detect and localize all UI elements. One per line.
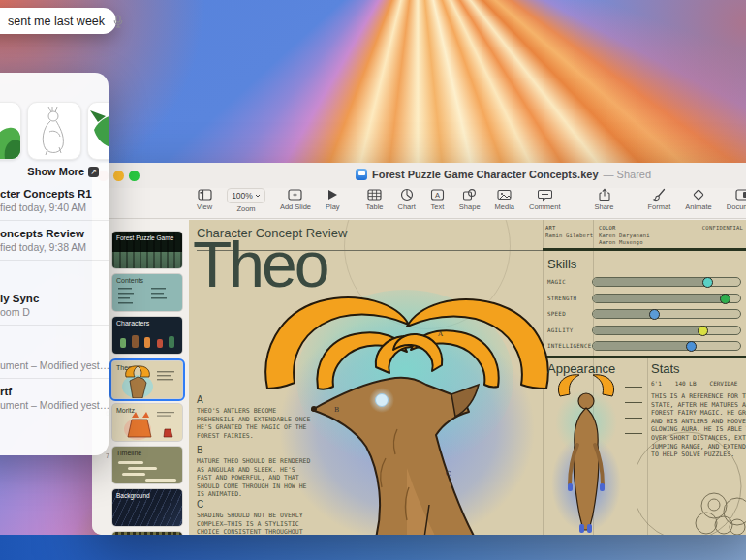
image-result-2[interactable]	[27, 102, 81, 160]
result-row[interactable]: oncepts Review fied today, 9:38 AM	[0, 221, 109, 260]
spotlight-search-bar[interactable]: sent me last week	[0, 8, 116, 34]
color-credit: COLOR Karen Daryanani Aaron Musengo	[599, 225, 650, 247]
slide-thumb-background[interactable]: Background	[112, 489, 182, 526]
appearance-figure	[543, 369, 630, 535]
annotation-c: C SHADING SHOULD NOT BE OVERLY COMPLEX—T…	[197, 499, 311, 535]
table-icon	[367, 188, 382, 202]
marker-b: B	[334, 406, 339, 414]
slide-thumb-contents[interactable]: Contents	[112, 274, 182, 311]
skills-bars: MAGIC STRENGTH SPEED AGILITY INTELLIGENC…	[547, 274, 741, 355]
share-icon	[598, 188, 611, 202]
skill-row-magic: MAGIC	[547, 274, 741, 291]
annotation-b: B MATURE THEO SHOULD BE RENDERED AS ANGU…	[197, 445, 311, 499]
view-button[interactable]: View	[197, 188, 212, 211]
zoom-value[interactable]: 100%	[227, 188, 265, 203]
shape-icon	[462, 188, 477, 202]
format-button[interactable]: Format	[648, 188, 671, 211]
open-arrow-icon: ↗	[88, 167, 99, 177]
moritz-thumb-art	[112, 404, 182, 441]
media-icon	[497, 188, 512, 202]
image-results-row	[0, 102, 109, 160]
show-more-button[interactable]: Show More ↗	[27, 166, 99, 177]
window-title-group: Forest Puzzle Game Character Concepts.ke…	[356, 169, 651, 180]
slide-canvas[interactable]: Character Concept Review ART Ramin Gilab…	[189, 220, 746, 535]
theo-thumb-art	[112, 361, 182, 398]
microphone-icon[interactable]	[112, 15, 124, 28]
share-button[interactable]: Share	[595, 188, 614, 211]
minimize-button[interactable]	[113, 171, 124, 181]
art-credit: ART Ramin Gilabert	[545, 225, 593, 239]
animate-button[interactable]: Animate	[685, 188, 712, 211]
add-slide-button[interactable]: Add Slide	[280, 188, 311, 211]
text-icon: A	[430, 188, 445, 202]
slide-thumb-moritz[interactable]: Moritz	[112, 404, 182, 441]
image-result-3[interactable]	[87, 102, 109, 160]
stat-weight: 140 LB	[675, 380, 697, 387]
stat-family: CERVIDAE	[710, 380, 738, 387]
svg-text:A: A	[435, 191, 440, 200]
document-title: Forest Puzzle Game Character Concepts.ke…	[372, 169, 599, 180]
measure-line	[625, 402, 642, 403]
document-icon	[735, 188, 746, 202]
result-row[interactable]: ument – Modified yest…	[0, 351, 109, 378]
result-row[interactable]: ly Sync oom D	[0, 286, 109, 325]
animate-diamond-icon	[692, 188, 705, 202]
comment-icon	[538, 188, 552, 202]
chevron-down-icon	[255, 194, 261, 198]
confidential-label: CONFIDENTIAL	[673, 225, 743, 233]
stats-values: 6'1 140 LB CERVIDAE	[651, 380, 737, 387]
skill-row-agility: AGILITY	[547, 323, 741, 339]
marker-a: A	[438, 330, 443, 338]
toolbar: View 100% Zoom Add Slide Play Table Char…	[92, 188, 746, 219]
image-result-1[interactable]	[0, 102, 21, 160]
comment-button[interactable]: Comment	[529, 188, 561, 211]
skill-row-strength: STRENGTH	[547, 291, 741, 307]
stat-height: 6'1	[651, 380, 662, 387]
search-input[interactable]: sent me last week	[8, 15, 105, 28]
annotation-a: A THEO'S ANTLERS BECOME PREHENSILE AND E…	[197, 394, 311, 440]
text-button[interactable]: A Text	[430, 188, 445, 211]
format-brush-icon	[652, 188, 666, 202]
keynote-window[interactable]: Forest Puzzle Game Character Concepts.ke…	[92, 163, 746, 535]
results-list: cter Concepts R1 fied today, 9:40 AM onc…	[0, 181, 109, 418]
slide-thumb-forest-puzzle-game[interactable]: Forest Puzzle Game	[112, 232, 182, 268]
green-character-thumb	[0, 103, 20, 159]
keynote-app-icon	[356, 169, 367, 180]
play-icon	[326, 188, 339, 202]
skill-row-intelligence: INTELLIGENCE	[547, 338, 741, 355]
desktop-bottom-strip	[0, 535, 746, 560]
appearance-divider	[543, 356, 746, 358]
skills-divider	[543, 248, 746, 251]
shared-status: — Shared	[604, 169, 652, 180]
table-button[interactable]: Table	[366, 188, 384, 211]
slide-thumb-timeline[interactable]: Timeline	[112, 447, 182, 483]
slide-thumb-trees-partial[interactable]	[112, 532, 182, 535]
zoom-control[interactable]: 100% Zoom	[227, 188, 265, 213]
green-dragon-thumb	[88, 103, 109, 159]
shape-button[interactable]: Shape	[459, 188, 481, 211]
sketch-character-thumb	[28, 103, 80, 159]
marker-c: C	[446, 470, 451, 478]
stats-heading: Stats	[651, 361, 680, 376]
play-button[interactable]: Play	[326, 188, 340, 211]
document-button[interactable]: Document	[727, 188, 746, 211]
add-slide-icon	[288, 188, 302, 202]
measure-line	[625, 418, 642, 419]
media-button[interactable]: Media	[495, 188, 514, 211]
spotlight-results-panel: Show More ↗ cter Concepts R1 fied today,…	[0, 73, 109, 455]
result-row[interactable]: rtf ument – Modified yest…	[0, 379, 109, 418]
skill-row-speed: SPEED	[547, 306, 741, 323]
measure-line	[625, 387, 642, 388]
slide-thumb-characters[interactable]: Characters	[112, 317, 182, 354]
window-titlebar[interactable]: Forest Puzzle Game Character Concepts.ke…	[92, 163, 746, 188]
decorative-circle-cluster	[637, 426, 746, 535]
chart-icon	[400, 188, 414, 202]
slide-thumb-theo-selected[interactable]: Theo	[112, 361, 182, 398]
zoom-window-button[interactable]	[129, 171, 140, 181]
result-row[interactable]: cter Concepts R1 fied today, 9:40 AM	[0, 181, 109, 220]
chart-button[interactable]: Chart	[398, 188, 416, 211]
sidebar-icon	[198, 188, 212, 202]
skills-heading: Skills	[547, 257, 576, 271]
